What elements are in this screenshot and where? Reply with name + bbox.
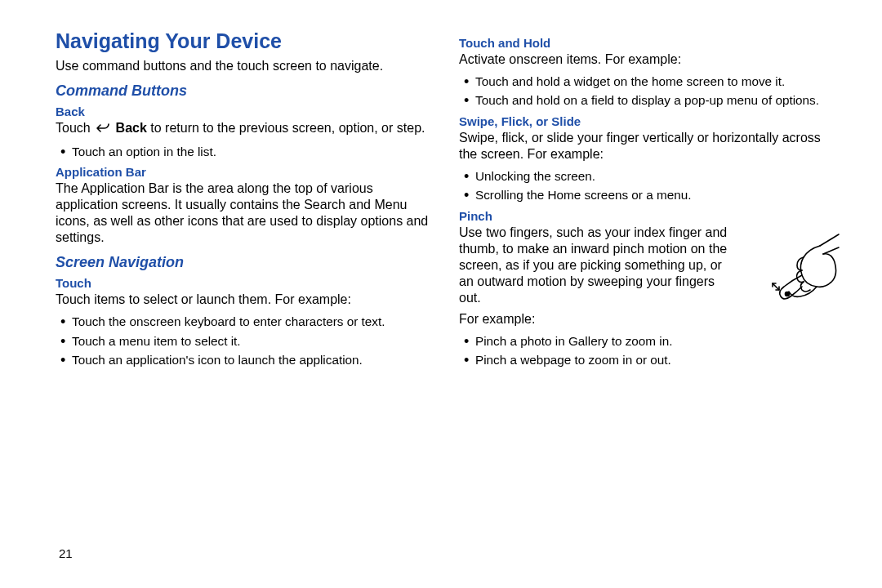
sub-pinch: Pinch [459, 209, 833, 223]
sub-touch-hold: Touch and Hold [459, 36, 833, 50]
section-screen-navigation: Screen Navigation [56, 254, 430, 271]
thold-body: Activate onscreen items. For example: [459, 51, 833, 68]
svg-point-0 [786, 292, 790, 296]
sub-swipe: Swipe, Flick, or Slide [459, 114, 833, 128]
pinch-example-label: For example: [459, 311, 833, 327]
list-item: Touch a menu item to select it. [56, 332, 430, 350]
back-text-2: to return to the previous screen, option… [147, 121, 425, 135]
back-text-1: Touch [56, 121, 94, 135]
appbar-body: The Application Bar is the area along th… [56, 180, 430, 246]
back-body: Touch Back to return to the previous scr… [56, 120, 430, 138]
list-item: Touch and hold on a field to display a p… [459, 91, 833, 109]
intro-text: Use command buttons and the touch screen… [56, 58, 430, 74]
swipe-body: Swipe, flick, or slide your finger verti… [459, 130, 833, 163]
touch-bullets: Touch the onscreen keyboard to enter cha… [56, 313, 430, 368]
list-item: Scrolling the Home screens or a menu. [459, 186, 833, 203]
list-item: Touch and hold a widget on the home scre… [459, 73, 833, 90]
pinch-bullets: Pinch a photo in Gallery to zoom in. Pin… [459, 332, 833, 369]
right-column: Touch and Hold Activate onscreen items. … [459, 29, 833, 374]
section-command-buttons: Command Buttons [56, 82, 430, 100]
list-item: Pinch a webpage to zoom in or out. [459, 351, 833, 368]
back-bold: Back [112, 121, 147, 135]
list-item: Touch an application's icon to launch th… [56, 351, 430, 368]
left-column: Navigating Your Device Use command butto… [56, 29, 430, 374]
pinch-hand-icon [761, 229, 840, 308]
touch-body: Touch items to select or launch them. Fo… [56, 292, 430, 308]
swipe-bullets: Unlocking the screen. Scrolling the Home… [459, 167, 833, 204]
list-item: Pinch a photo in Gallery to zoom in. [459, 332, 833, 350]
sub-back: Back [56, 105, 430, 118]
list-item: Unlocking the screen. [459, 167, 833, 185]
pinch-body: Use two fingers, such as your index fing… [459, 225, 736, 306]
two-column-layout: Navigating Your Device Use command butto… [56, 29, 833, 374]
manual-page: Navigating Your Device Use command butto… [0, 0, 882, 374]
page-title: Navigating Your Device [56, 29, 430, 53]
back-arrow-icon [96, 122, 110, 138]
list-item: Touch the onscreen keyboard to enter cha… [56, 313, 430, 330]
page-number: 21 [59, 546, 73, 560]
sub-application-bar: Application Bar [56, 165, 430, 179]
pinch-row: Use two fingers, such as your index fing… [459, 225, 833, 306]
back-bullets: Touch an option in the list. [56, 143, 430, 160]
sub-touch: Touch [56, 276, 430, 290]
list-item: Touch an option in the list. [56, 143, 430, 160]
thold-bullets: Touch and hold a widget on the home scre… [459, 73, 833, 109]
